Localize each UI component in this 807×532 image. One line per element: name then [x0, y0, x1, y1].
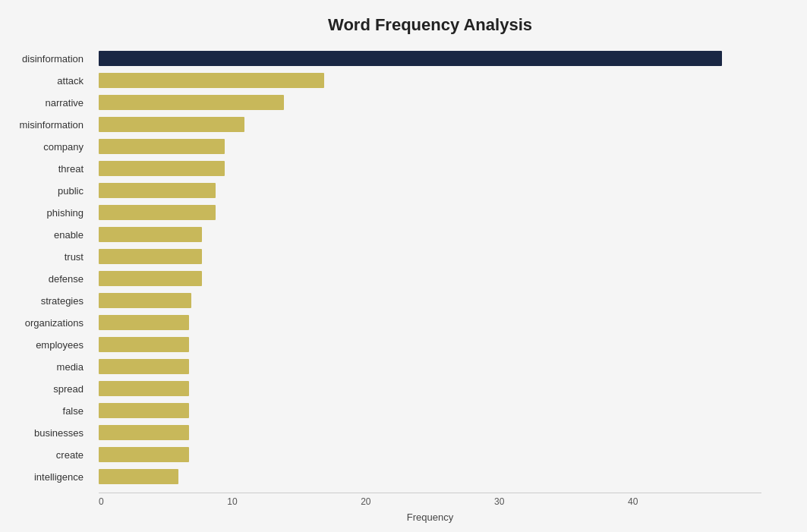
bar-label: trust — [4, 251, 91, 263]
bar-row: media — [99, 357, 761, 376]
bar — [99, 117, 244, 132]
bar-label: enable — [4, 229, 91, 241]
bar-row: false — [99, 401, 761, 420]
bar-row: company — [99, 137, 761, 156]
bar-row: businesses — [99, 423, 761, 442]
bar — [99, 205, 216, 220]
bar-row: organizations — [99, 313, 761, 332]
bar-row: disinformation — [99, 49, 761, 68]
bar-label: misinformation — [4, 119, 91, 131]
bar-label: phishing — [4, 207, 91, 219]
bar — [99, 447, 189, 462]
bar — [99, 183, 216, 198]
chart-title: Word Frequency Analysis — [99, 15, 761, 35]
bar-label: narrative — [4, 97, 91, 109]
bar-row: narrative — [99, 93, 761, 112]
bar — [99, 51, 722, 66]
bar — [99, 139, 225, 154]
x-tick-label: 40 — [628, 496, 638, 507]
x-tick-label: 10 — [227, 496, 237, 507]
bar — [99, 95, 284, 110]
bar — [99, 161, 225, 176]
bar-label: create — [4, 449, 91, 461]
bar — [99, 249, 202, 264]
bar — [99, 381, 189, 396]
bar-label: organizations — [4, 317, 91, 329]
bar-label: defense — [4, 273, 91, 285]
x-axis: 010203040 — [99, 493, 761, 507]
x-axis-title: Frequency — [99, 512, 761, 523]
bar-label: false — [4, 405, 91, 417]
bar — [99, 227, 202, 242]
bar-row: defense — [99, 269, 761, 288]
bar-label: intelligence — [4, 471, 91, 483]
bar-row: create — [99, 445, 761, 464]
bar-row: trust — [99, 247, 761, 266]
x-axis-labels: 010203040 — [99, 493, 761, 507]
bar-row: strategies — [99, 291, 761, 310]
bar-label: company — [4, 141, 91, 153]
x-tick-label: 0 — [99, 496, 104, 507]
bar — [99, 73, 324, 88]
bar-row: phishing — [99, 203, 761, 222]
chart-container: Word Frequency Analysis disinformationat… — [0, 0, 807, 532]
bar-row: public — [99, 181, 761, 200]
bar-row: threat — [99, 159, 761, 178]
bar-label: businesses — [4, 427, 91, 439]
bar — [99, 403, 189, 418]
bar-row: spread — [99, 379, 761, 398]
bar-label: public — [4, 185, 91, 197]
bar-row: employees — [99, 335, 761, 354]
x-tick-label: 30 — [494, 496, 504, 507]
bar — [99, 469, 178, 484]
bar — [99, 359, 189, 374]
bar-label: threat — [4, 163, 91, 175]
bar-row: attack — [99, 71, 761, 90]
bar — [99, 337, 189, 352]
bar-label: spread — [4, 383, 91, 395]
bar — [99, 315, 189, 330]
x-tick-label: 20 — [361, 496, 370, 507]
bar-label: strategies — [4, 295, 91, 307]
bar-row: intelligence — [99, 467, 761, 486]
bar-label: attack — [4, 75, 91, 87]
bar-label: media — [4, 361, 91, 373]
bar-label: disinformation — [4, 53, 91, 65]
chart-plot: disinformationattacknarrativemisinformat… — [99, 49, 761, 486]
bar — [99, 271, 202, 286]
bar — [99, 293, 191, 308]
bar — [99, 425, 189, 440]
bar-row: misinformation — [99, 115, 761, 134]
bar-label: employees — [4, 339, 91, 351]
bar-row: enable — [99, 225, 761, 244]
